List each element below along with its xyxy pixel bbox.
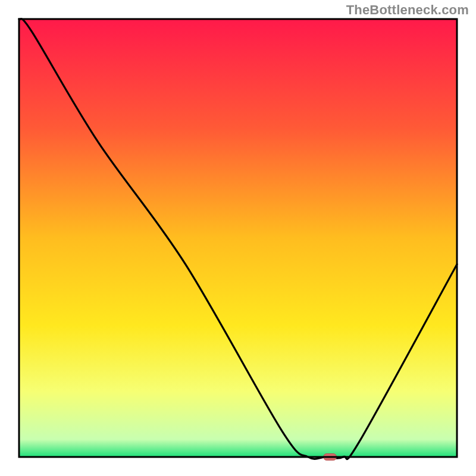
watermark-text: TheBottleneck.com — [346, 2, 469, 18]
chart-container: TheBottleneck.com — [0, 0, 476, 476]
plot-background — [19, 19, 457, 457]
bottleneck-chart — [0, 0, 476, 476]
